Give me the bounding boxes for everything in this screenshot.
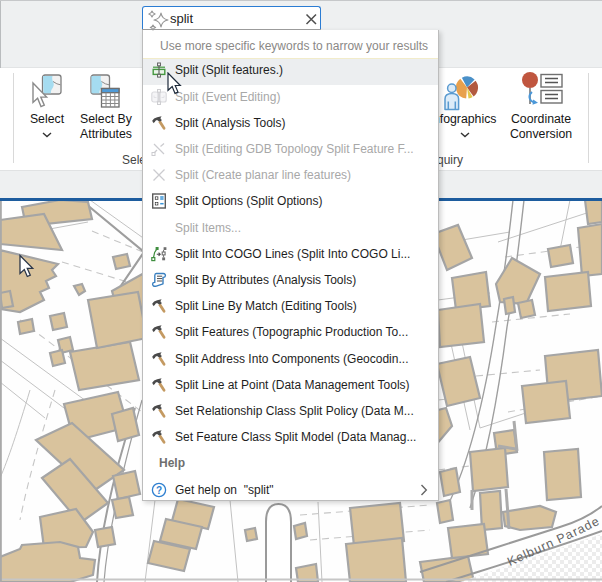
svg-text:?: ? — [156, 484, 162, 495]
